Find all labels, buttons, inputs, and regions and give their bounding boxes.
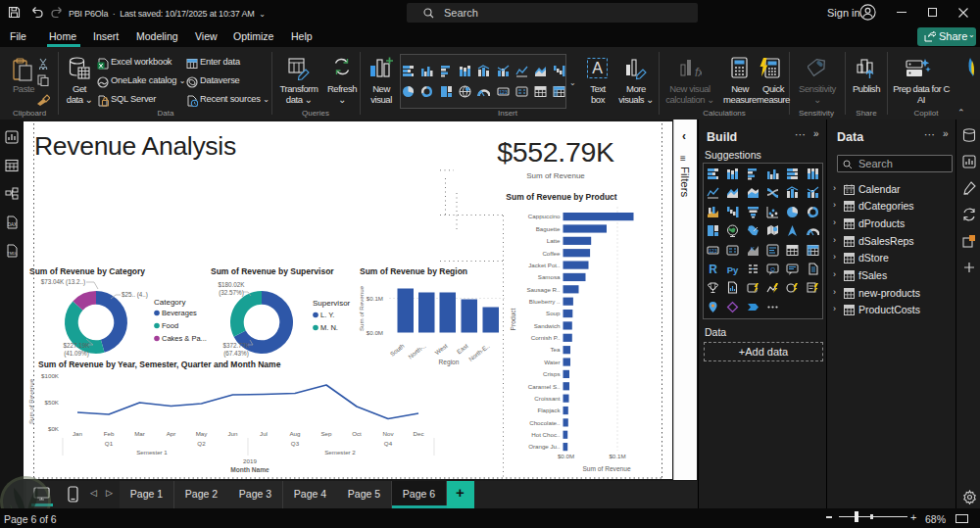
svg-text:K: K xyxy=(751,246,755,252)
svg-text:123: 123 xyxy=(499,88,508,94)
svg-text:$25.. (4..): $25.. (4..) xyxy=(122,291,148,299)
svg-text:Flapjack: Flapjack xyxy=(537,407,561,413)
svg-text:Water: Water xyxy=(544,359,560,365)
svg-text:Month Name: Month Name xyxy=(230,466,270,473)
svg-text:Tea: Tea xyxy=(551,346,562,353)
svg-text:Orange Ju..: Orange Ju.. xyxy=(528,443,561,450)
svg-text:Nov: Nov xyxy=(382,430,394,437)
svg-text:Hot Choc..: Hot Choc.. xyxy=(531,431,561,438)
svg-text:Category: Category xyxy=(154,298,185,307)
svg-text:Crisps: Crisps xyxy=(543,370,561,377)
svg-text:Oct: Oct xyxy=(352,430,362,437)
svg-text:Croissant: Croissant xyxy=(534,395,560,402)
svg-text:Soup: Soup xyxy=(546,310,561,316)
svg-text:Feb: Feb xyxy=(104,430,115,437)
svg-text:East: East xyxy=(456,342,469,355)
svg-text:Sum of Revenue by Supervisor: Sum of Revenue by Supervisor xyxy=(211,266,334,276)
svg-text:Beverages: Beverages xyxy=(162,309,197,317)
svg-text:Caramel S..: Caramel S.. xyxy=(528,383,561,390)
svg-text:$372.77K: $372.77K xyxy=(223,342,251,349)
svg-text:TMDL: TMDL xyxy=(7,252,17,256)
svg-text:Food: Food xyxy=(162,321,178,330)
svg-text:Q2: Q2 xyxy=(197,440,206,447)
svg-text:Q3: Q3 xyxy=(291,440,300,447)
svg-text:$227.19K: $227.19K xyxy=(64,342,91,349)
svg-text:Supervisor: Supervisor xyxy=(313,299,351,308)
svg-text:Blueberry ..: Blueberry .. xyxy=(529,298,561,305)
svg-text:$0.0M: $0.0M xyxy=(558,453,574,459)
svg-text:$50K: $50K xyxy=(45,399,60,406)
svg-text:(32.57%): (32.57%) xyxy=(219,289,244,297)
svg-text:Sum of Revenue: Sum of Revenue xyxy=(526,171,585,180)
svg-text:North-E..: North-E.. xyxy=(467,342,491,362)
svg-text:Q1: Q1 xyxy=(105,440,114,447)
svg-text:DAX: DAX xyxy=(8,222,17,227)
svg-text:Product: Product xyxy=(510,308,516,330)
svg-text:$180.02K: $180.02K xyxy=(219,281,246,288)
svg-text:Coffee: Coffee xyxy=(542,250,561,257)
svg-text:L. Y.: L. Y. xyxy=(320,311,334,319)
svg-text:$552.79K: $552.79K xyxy=(497,136,614,168)
svg-text:Region: Region xyxy=(439,359,460,366)
svg-text:Sum of Revenue by Product: Sum of Revenue by Product xyxy=(506,192,617,202)
svg-text:Semester 1: Semester 1 xyxy=(136,449,168,456)
svg-text:$0.0M: $0.0M xyxy=(367,329,383,336)
svg-text:North-..: North-.. xyxy=(407,342,427,360)
svg-text:(41.09%): (41.09%) xyxy=(64,350,89,358)
svg-text:Jun: Jun xyxy=(228,430,239,437)
svg-text:Chocolate..: Chocolate.. xyxy=(529,419,561,426)
svg-text:South: South xyxy=(389,342,406,358)
svg-text:Semester 2: Semester 2 xyxy=(324,449,356,456)
svg-text:Sum of Revenue by Year, Semest: Sum of Revenue by Year, Semester, Quarte… xyxy=(38,360,281,369)
svg-text:R: R xyxy=(709,263,717,275)
svg-text:Py: Py xyxy=(727,264,739,275)
svg-text:Dec: Dec xyxy=(413,430,423,437)
svg-text:West: West xyxy=(433,342,449,356)
svg-text:$100K: $100K xyxy=(41,372,60,379)
svg-text:Apr: Apr xyxy=(167,430,176,437)
svg-text:$0.1M: $0.1M xyxy=(367,295,383,302)
svg-text:123: 123 xyxy=(709,247,717,253)
svg-text:Sausage R..: Sausage R.. xyxy=(526,286,560,293)
svg-text:Cornish P..: Cornish P.. xyxy=(531,334,561,341)
svg-text:fx: fx xyxy=(695,66,702,79)
svg-text:Mar: Mar xyxy=(134,430,145,437)
svg-text:Sandwich: Sandwich xyxy=(534,322,561,329)
svg-text:2019: 2019 xyxy=(243,457,257,464)
svg-text:Q4: Q4 xyxy=(384,440,393,447)
svg-text:Latte: Latte xyxy=(547,237,561,244)
svg-text:Revenue Analysis: Revenue Analysis xyxy=(34,131,236,161)
svg-text:Sum of Revenue: Sum of Revenue xyxy=(27,378,34,424)
svg-text:$73.04K (13.2..): $73.04K (13.2..) xyxy=(41,278,85,286)
svg-text:Sep: Sep xyxy=(320,430,332,437)
svg-text:Q: Q xyxy=(770,266,775,272)
svg-text:(67.43%): (67.43%) xyxy=(223,350,249,358)
svg-text:A: A xyxy=(592,60,603,76)
svg-text:Jul: Jul xyxy=(260,430,268,437)
svg-text:Sum of Revenue: Sum of Revenue xyxy=(582,465,630,472)
svg-text:Aug: Aug xyxy=(289,430,301,437)
svg-text:Jan: Jan xyxy=(73,430,83,437)
svg-text:Sum of Revenue by Region: Sum of Revenue by Region xyxy=(360,266,467,276)
svg-text:M. N.: M. N. xyxy=(320,323,338,332)
svg-text:Samosa: Samosa xyxy=(538,273,561,280)
svg-text:May: May xyxy=(196,430,209,437)
svg-text:Cakes & Pa...: Cakes & Pa... xyxy=(162,334,207,343)
svg-text:$0.1M: $0.1M xyxy=(609,453,625,459)
svg-text:$0K: $0K xyxy=(48,425,60,432)
svg-text:Sum of Revenue: Sum of Revenue xyxy=(358,285,365,331)
svg-text:Baguette: Baguette xyxy=(536,225,561,232)
svg-text:Sum of Revenue by Category: Sum of Revenue by Category xyxy=(29,266,145,276)
svg-text:Cappuccino: Cappuccino xyxy=(528,213,561,219)
svg-text:Jacket Pot..: Jacket Pot.. xyxy=(528,262,561,268)
